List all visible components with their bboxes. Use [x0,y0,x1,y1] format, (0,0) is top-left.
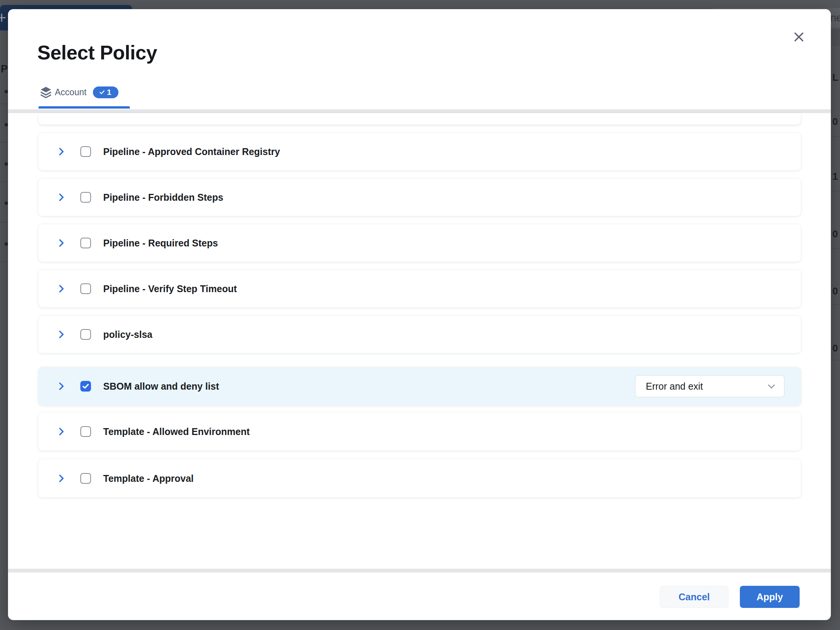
policy-row-label: Pipeline - Approved Container Registry [103,146,280,157]
add-button[interactable]: + [0,10,6,26]
policy-row: Template - Approval [38,459,801,497]
background-toolbar-band [831,30,840,45]
policy-row: Pipeline - Approved Container Registry [38,133,801,170]
policy-row-partial[interactable] [38,113,801,125]
background-cell-fragment: 0 [832,116,840,128]
background-cell-dot [5,201,8,205]
divider [831,304,840,305]
checkbox[interactable] [80,192,91,203]
active-tab-indicator [38,106,130,109]
background-cell-dot [5,162,8,166]
checkbox[interactable] [80,238,91,248]
background-cell-fragment: 1 [832,171,840,182]
divider [831,45,840,45]
background-cell-dot [5,242,8,246]
policy-row: Pipeline - Forbidden Steps [38,179,801,216]
chevron-down-icon [767,381,776,391]
checkbox[interactable] [80,283,91,294]
divider [831,191,840,191]
policy-row-label: policy-slsa [103,329,152,340]
checkbox[interactable] [80,329,91,340]
background-cell-dot [5,90,8,93]
close-icon[interactable] [790,29,807,45]
background-table-left-edge: P [0,30,8,630]
policy-row-label: Template - Allowed Environment [103,426,250,437]
selected-count-badge: 1 [93,86,118,98]
divider [831,360,840,360]
divider [831,248,840,249]
background-column-header-fragment: P [1,63,8,75]
check-icon [99,89,105,95]
policy-row-label: SBOM allow and deny list [103,381,219,392]
checkbox[interactable] [80,426,91,437]
divider [831,30,840,30]
checkbox[interactable] [80,473,91,484]
background-search-text: ne [830,12,840,24]
background-cell-fragment: 0 [832,228,840,240]
divider [831,136,840,137]
expand-chevron-icon[interactable] [56,329,66,340]
divider [0,262,8,262]
tab-account[interactable]: Account 1 [40,85,118,99]
footer-divider [8,569,831,572]
divider [0,182,8,182]
expand-chevron-icon[interactable] [56,146,66,157]
modal-title: Select Policy [37,41,157,64]
apply-button[interactable]: Apply [740,586,800,608]
policy-row-label: Pipeline - Verify Step Timeout [103,283,237,294]
layers-icon [40,86,52,99]
expand-chevron-icon[interactable] [56,283,66,294]
expand-chevron-icon[interactable] [56,473,66,484]
select-policy-modal: Select Policy Account 1 Pipeline - Appro… [8,9,831,620]
background-cell-dot [5,123,8,126]
expand-chevron-icon[interactable] [56,192,66,203]
badge-count: 1 [107,88,112,97]
expand-chevron-icon[interactable] [56,381,66,392]
background-column-header-fragment: L [832,72,840,83]
policy-row-label: Template - Approval [103,473,194,484]
policy-row: Template - Allowed Environment [38,413,801,451]
divider [0,222,8,222]
policy-action-value: Error and exit [646,381,703,392]
expand-chevron-icon[interactable] [56,426,66,437]
screen: + ne L 0 1 0 0 0 P Select [0,0,840,630]
policy-row-label: Pipeline - Required Steps [103,238,218,249]
policy-row: Pipeline - Required Steps [38,224,801,262]
policy-row: policy-slsa [38,316,801,353]
background-cell-fragment: 0 [832,285,840,297]
background-cell-fragment: 0 [832,342,840,354]
background-table-right-edge: L 0 1 0 0 0 [831,30,840,630]
header-divider [8,109,831,113]
checkbox[interactable] [80,146,91,157]
tab-account-label: Account [55,87,86,98]
policy-row-label: Pipeline - Forbidden Steps [103,192,223,203]
policy-action-select[interactable]: Error and exit [635,375,784,397]
cancel-button[interactable]: Cancel [660,586,728,608]
policy-row-selected: SBOM allow and deny list Error and exit [38,367,801,405]
divider [0,142,8,142]
checkbox[interactable] [80,381,91,392]
divider [0,104,8,104]
policy-row: Pipeline - Verify Step Timeout [38,270,801,307]
expand-chevron-icon[interactable] [56,237,66,249]
